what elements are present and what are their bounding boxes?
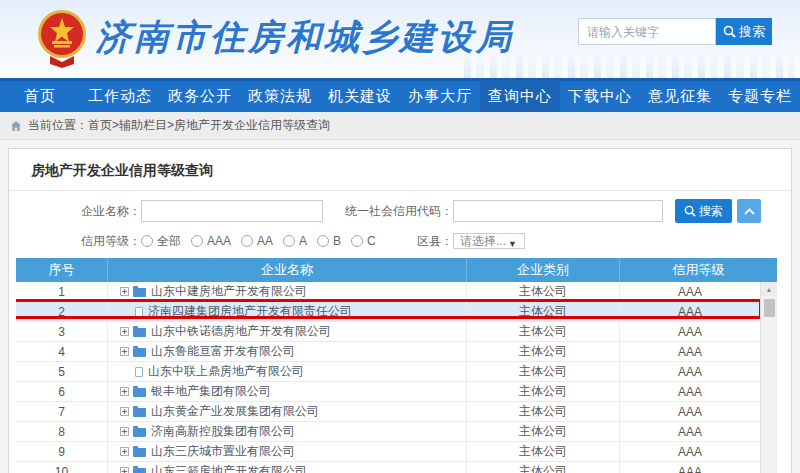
credit-level-option[interactable]: 全部 xyxy=(141,233,181,250)
site-search: 搜索 xyxy=(578,18,772,45)
scrollbar-thumb[interactable] xyxy=(764,299,775,317)
breadcrumb-text[interactable]: 当前位置：首页>辅助栏目>房地产开发企业信用等级查询 xyxy=(28,117,330,134)
company-name[interactable]: 山东中联上鼎房地产有限公司 xyxy=(148,363,304,380)
company-name[interactable]: 山东中铁诺德房地产开发有限公司 xyxy=(151,323,331,340)
credit-level-radio-group: 全部AAAAAABC xyxy=(141,233,386,250)
caret-down-icon: ▼ xyxy=(508,234,517,254)
company-cell: +银丰地产集团有限公司 xyxy=(108,382,467,401)
radio-circle-icon[interactable] xyxy=(317,235,329,247)
table-row[interactable]: 1+山东中建房地产开发有限公司主体公司AAA xyxy=(16,282,760,302)
credit-level-option[interactable]: A xyxy=(283,234,307,248)
radio-label: AA xyxy=(257,234,273,248)
company-type: 主体公司 xyxy=(467,462,620,473)
expand-icon[interactable]: + xyxy=(120,347,129,356)
national-emblem-logo xyxy=(36,8,88,68)
table-scrollbar[interactable]: ▲ xyxy=(760,282,777,473)
district-label: 区县： xyxy=(386,233,453,250)
nav-item-8[interactable]: 下载中心 xyxy=(560,81,640,112)
company-type: 主体公司 xyxy=(467,282,620,301)
district-select[interactable]: 请选择... ▼ xyxy=(453,233,525,249)
file-icon xyxy=(135,367,143,377)
company-type: 主体公司 xyxy=(467,382,620,401)
company-type: 主体公司 xyxy=(467,442,620,461)
credit-level: AAA xyxy=(620,342,760,361)
row-index: 4 xyxy=(16,342,108,361)
company-type: 主体公司 xyxy=(467,342,620,361)
folder-icon xyxy=(133,428,146,437)
company-name[interactable]: 山东黄金产业发展集团有限公司 xyxy=(151,403,319,420)
company-cell: +山东中建房地产开发有限公司 xyxy=(108,282,467,301)
credit-level-option[interactable]: AAA xyxy=(191,234,231,248)
company-type: 主体公司 xyxy=(467,322,620,341)
radio-circle-icon[interactable] xyxy=(191,235,203,247)
site-search-button[interactable]: 搜索 xyxy=(716,18,772,45)
table-row[interactable]: 2济南四建集团房地产开发有限责任公司主体公司AAA xyxy=(16,302,760,322)
home-icon xyxy=(10,120,22,132)
expand-icon[interactable]: + xyxy=(120,327,129,336)
nav-item-9[interactable]: 意见征集 xyxy=(640,81,720,112)
nav-item-7[interactable]: 查询中心 xyxy=(480,81,560,112)
site-title: 济南市住房和城乡建设局 xyxy=(96,14,514,61)
table-row[interactable]: 7+山东黄金产业发展集团有限公司主体公司AAA xyxy=(16,402,760,422)
company-name-input[interactable] xyxy=(141,200,323,222)
nav-item-10[interactable]: 专题专栏 xyxy=(720,81,800,112)
company-name-label: 企业名称： xyxy=(9,203,141,220)
credit-level-option[interactable]: AA xyxy=(241,234,273,248)
table-row[interactable]: 4+山东鲁能亘富开发有限公司主体公司AAA xyxy=(16,342,760,362)
company-name[interactable]: 山东鲁能亘富开发有限公司 xyxy=(151,343,295,360)
scrollbar-up-button[interactable]: ▲ xyxy=(761,282,777,296)
table-row[interactable]: 8+济南高新控股集团有限公司主体公司AAA xyxy=(16,422,760,442)
expand-icon[interactable]: + xyxy=(120,387,129,396)
expand-icon[interactable]: + xyxy=(120,407,129,416)
company-cell: +山东三箭房地产开发有限公司 xyxy=(108,462,467,473)
company-name[interactable]: 银丰地产集团有限公司 xyxy=(151,383,271,400)
company-name[interactable]: 济南高新控股集团有限公司 xyxy=(151,423,295,440)
folder-icon xyxy=(133,448,146,457)
credit-level: AAA xyxy=(620,282,760,301)
nav-item-2[interactable]: 工作动态 xyxy=(80,81,160,112)
national-emblem-icon xyxy=(36,8,88,68)
row-index: 2 xyxy=(16,302,108,321)
expand-icon[interactable]: + xyxy=(120,427,129,436)
row-index: 10 xyxy=(16,462,108,473)
file-icon xyxy=(135,307,143,317)
table-row[interactable]: 3+山东中铁诺德房地产开发有限公司主体公司AAA xyxy=(16,322,760,342)
expand-icon[interactable]: + xyxy=(120,287,129,296)
table-row[interactable]: 9+山东三庆城市置业有限公司主体公司AAA xyxy=(16,442,760,462)
chevron-up-icon xyxy=(744,208,755,215)
nav-item-6[interactable]: 办事大厅 xyxy=(400,81,480,112)
expand-icon[interactable]: + xyxy=(120,447,129,456)
credit-level-option[interactable]: C xyxy=(351,234,376,248)
company-name[interactable]: 山东三庆城市置业有限公司 xyxy=(151,443,295,460)
credit-level-option[interactable]: B xyxy=(317,234,341,248)
table-row[interactable]: 5山东中联上鼎房地产有限公司主体公司AAA xyxy=(16,362,760,382)
company-name[interactable]: 山东三箭房地产开发有限公司 xyxy=(151,463,307,473)
radio-circle-icon[interactable] xyxy=(283,235,295,247)
company-name[interactable]: 济南四建集团房地产开发有限责任公司 xyxy=(148,303,352,320)
nav-item-4[interactable]: 政策法规 xyxy=(240,81,320,112)
radio-label: AAA xyxy=(207,234,231,248)
company-name[interactable]: 山东中建房地产开发有限公司 xyxy=(151,283,307,300)
expand-icon[interactable]: + xyxy=(120,467,129,473)
radio-circle-icon[interactable] xyxy=(141,235,153,247)
folder-icon xyxy=(133,408,146,417)
form-row-1: 企业名称： 统一社会信用代码： 搜索 xyxy=(9,198,791,224)
query-panel: 房地产开发企业信用等级查询 企业名称： 统一社会信用代码： 搜索 信用等级： xyxy=(8,148,792,473)
table-body: 1+山东中建房地产开发有限公司主体公司AAA2济南四建集团房地产开发有限责任公司… xyxy=(16,282,760,473)
table-row[interactable]: 10+山东三箭房地产开发有限公司主体公司AAA xyxy=(16,462,760,473)
table-row[interactable]: 6+银丰地产集团有限公司主体公司AAA xyxy=(16,382,760,402)
site-header: 济南市住房和城乡建设局 搜索 xyxy=(0,0,800,78)
collapse-form-button[interactable] xyxy=(737,199,761,223)
radio-label: A xyxy=(299,234,307,248)
credit-code-input[interactable] xyxy=(453,200,663,222)
query-search-button[interactable]: 搜索 xyxy=(675,199,732,223)
city-skyline-decoration xyxy=(464,52,794,78)
nav-item-1[interactable]: 首页 xyxy=(0,81,80,112)
query-search-button-label: 搜索 xyxy=(699,203,723,220)
col-header-level: 信用等级 xyxy=(620,258,777,282)
nav-item-3[interactable]: 政务公开 xyxy=(160,81,240,112)
radio-circle-icon[interactable] xyxy=(241,235,253,247)
site-search-input[interactable] xyxy=(578,18,716,45)
nav-item-5[interactable]: 机关建设 xyxy=(320,81,400,112)
radio-circle-icon[interactable] xyxy=(351,235,363,247)
